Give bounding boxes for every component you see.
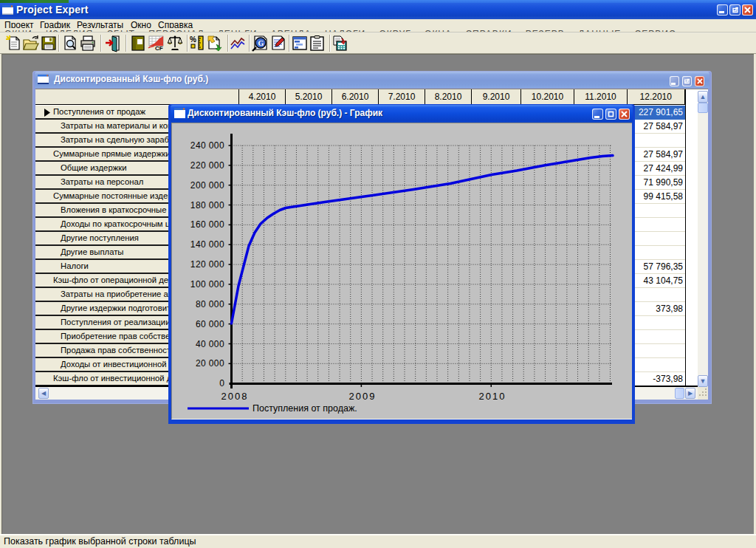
svg-text:60 000: 60 000 (196, 319, 224, 329)
svg-text:220 000: 220 000 (190, 160, 224, 171)
svg-text:CF: CF (155, 45, 163, 52)
svg-text:Поступления от продаж.: Поступления от продаж. (252, 403, 357, 414)
svg-text:160 000: 160 000 (190, 219, 224, 230)
svg-text:%: % (190, 35, 196, 44)
svg-text:140 000: 140 000 (190, 239, 224, 250)
svg-text:G: G (258, 39, 264, 47)
svg-text:2009: 2009 (349, 391, 377, 402)
svg-text:100 000: 100 000 (190, 279, 224, 290)
svg-text:0: 0 (219, 378, 224, 388)
svg-text:40 000: 40 000 (196, 339, 224, 349)
svg-text:180 000: 180 000 (190, 200, 224, 210)
svg-text:20 000: 20 000 (196, 358, 224, 369)
svg-text:120 000: 120 000 (190, 259, 224, 270)
svg-text:80 000: 80 000 (196, 299, 224, 309)
svg-text:240 000: 240 000 (190, 140, 224, 151)
svg-text:2010: 2010 (479, 391, 506, 402)
svg-text:2008: 2008 (221, 391, 249, 402)
svg-text:200 000: 200 000 (190, 180, 224, 191)
